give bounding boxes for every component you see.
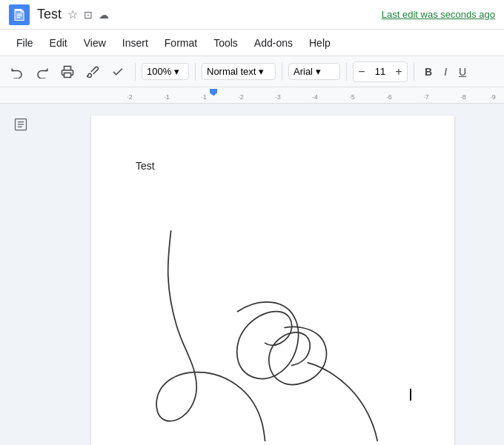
style-arrow-icon: ▾ [259,66,264,77]
ruler-mark: ·8 [460,93,466,101]
ruler-mark: ·3 [275,93,281,101]
font-selector[interactable]: Arial ▾ [288,63,340,80]
menu-bar: File Edit View Insert Format Tools Add-o… [0,30,504,56]
svg-rect-2 [16,13,22,14]
zoom-selector[interactable]: 100% ▾ [142,63,189,80]
ruler: ·2 ·1 ·1 ·2 ·3 ·4 ·5 ·6 ·7 ·8 ·9 [0,87,504,104]
ruler-mark: ·6 [386,93,392,101]
font-size-increase-button[interactable]: + [391,61,407,82]
font-arrow-icon: ▾ [316,66,321,77]
main-area: Test [0,104,504,445]
menu-insert[interactable]: Insert [115,34,156,52]
ruler-mark: ·5 [349,93,355,101]
doc-area[interactable]: Test [42,104,504,445]
ruler-inner: ·2 ·1 ·1 ·2 ·3 ·4 ·5 ·6 ·7 ·8 ·9 [130,87,500,104]
title-bar: Test ☆ ⊡ ☁ Last edit was seconds ago [0,0,504,30]
svg-rect-3 [16,15,22,16]
menu-file[interactable]: File [9,34,41,52]
zoom-value: 100% [147,66,171,77]
ruler-mark: ·7 [423,93,429,101]
cloud-icon[interactable]: ☁ [99,9,109,21]
ruler-mark: ·2 [127,93,133,101]
menu-view[interactable]: View [76,34,113,52]
redo-button[interactable] [31,62,53,81]
doc-text-content[interactable]: Test [136,160,410,172]
italic-button[interactable]: I [440,63,451,81]
font-size-area: − 11 + [353,61,408,82]
menu-edit[interactable]: Edit [42,34,75,52]
doc-drawing [91,175,454,441]
folder-icon[interactable]: ⊡ [84,9,93,21]
toolbar: 100% ▾ Normal text ▾ Arial ▾ − 11 + B I … [0,56,504,87]
svg-rect-5 [64,73,71,77]
font-size-decrease-button[interactable]: − [354,61,370,82]
ruler-mark: ·2 [238,93,244,101]
sidebar [0,104,42,445]
menu-format[interactable]: Format [157,34,205,52]
menu-addons[interactable]: Add-ons [247,34,300,52]
sidebar-outline-icon[interactable] [9,113,33,136]
menu-help[interactable]: Help [302,34,338,52]
style-value: Normal text [207,66,256,77]
ruler-mark: ·1 [201,93,207,101]
underline-button[interactable]: U [454,63,471,81]
zoom-arrow-icon: ▾ [174,66,179,77]
ruler-tab[interactable] [210,89,217,96]
star-icon[interactable]: ☆ [67,7,78,21]
style-selector[interactable]: Normal text ▾ [202,63,276,80]
font-value: Arial [294,66,313,77]
separator-5 [414,63,414,81]
ruler-mark: ·9 [490,93,496,101]
spell-check-button[interactable] [107,62,129,81]
undo-button[interactable] [6,62,28,81]
separator-4 [346,63,347,81]
paint-format-button[interactable] [82,62,104,81]
title-icons: ☆ ⊡ ☁ [67,7,109,21]
doc-title[interactable]: Test [37,7,62,22]
svg-rect-4 [16,17,20,18]
menu-tools[interactable]: Tools [206,34,245,52]
app-icon [9,4,30,25]
ruler-mark: ·1 [164,93,170,101]
separator-3 [282,63,282,81]
ruler-mark: ·4 [312,93,318,101]
last-edit-status[interactable]: Last edit was seconds ago [382,9,495,20]
print-button[interactable] [56,62,79,81]
separator-2 [195,63,196,81]
text-cursor [410,389,411,401]
font-size-value[interactable]: 11 [370,66,391,77]
doc-page[interactable]: Test [91,116,454,445]
separator-1 [135,63,136,81]
bold-button[interactable]: B [420,63,437,81]
